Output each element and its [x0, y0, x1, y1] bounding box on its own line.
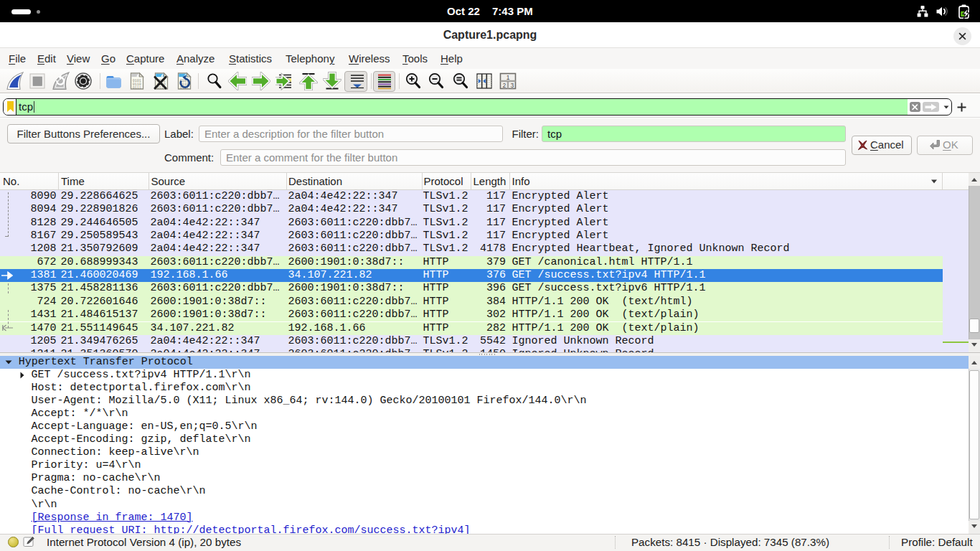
svg-text:2: 2 — [503, 82, 507, 89]
svg-text:0111: 0111 — [133, 86, 141, 90]
svg-text:3: 3 — [510, 82, 514, 89]
svg-text:1: 1 — [507, 74, 510, 81]
